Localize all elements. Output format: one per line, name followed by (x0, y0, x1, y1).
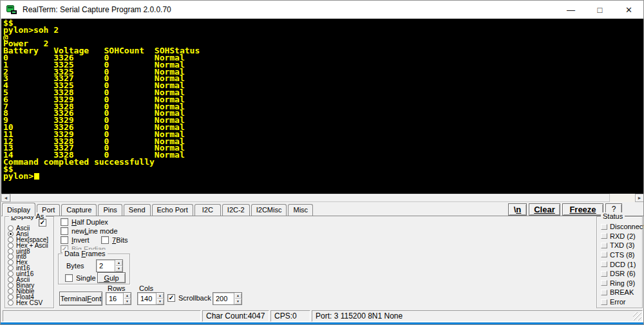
spinner-up-icon[interactable]: ▲ (115, 260, 122, 266)
status-cts: CTS (8) (601, 251, 641, 259)
checkbox-icon (61, 236, 68, 244)
window-controls: — □ ✕ (556, 1, 643, 19)
invert-checkbox[interactable]: Invert (61, 236, 90, 244)
radio-icon (8, 277, 14, 283)
tab-i2cmisc[interactable]: I2CMisc (251, 204, 287, 216)
data-frames-legend: Data Frames (62, 250, 108, 257)
status-dsr: DSR (6) (601, 270, 641, 277)
data-frames-group: Data Frames Bytes 2 ▲▼ Single Gulp (58, 254, 130, 284)
rows-spinner[interactable]: 16 ▲▼ (106, 292, 131, 305)
single-checkbox[interactable]: Single (65, 274, 96, 282)
freeze-button[interactable]: Freeze (562, 203, 603, 216)
scrollback-value[interactable]: 200 (213, 293, 234, 304)
cols-label: Cols (139, 284, 153, 292)
spinner-down-icon[interactable]: ▼ (124, 299, 131, 304)
cols-value[interactable]: 140 (138, 293, 156, 304)
bytes-value[interactable]: 2 (97, 260, 115, 272)
option-hex-csv[interactable]: Hex CSV (8, 300, 52, 306)
statusbar-port: Port: 3 115200 8N1 None (312, 310, 643, 322)
radio-icon (8, 243, 14, 248)
radio-icon (8, 254, 14, 259)
radio-icon (8, 294, 14, 300)
led-indicator (601, 271, 607, 277)
spinner-up-icon[interactable]: ▲ (156, 293, 164, 299)
terminal-prompt: pylon> (3, 171, 33, 181)
half-duplex-checkbox[interactable]: Half Duplex (61, 218, 108, 226)
led-indicator (601, 290, 607, 295)
option-uint16[interactable]: uint16 (8, 271, 52, 277)
spinner-down-icon[interactable]: ▼ (234, 299, 242, 304)
tab-pins[interactable]: Pins (98, 204, 122, 216)
scrollback-spinner[interactable]: 200 ▲▼ (213, 292, 242, 305)
close-button[interactable]: ✕ (614, 1, 643, 19)
radio-icon (8, 259, 14, 265)
status-ring: Ring (9) (601, 279, 641, 287)
bytes-spinner[interactable]: 2 ▲▼ (96, 259, 123, 272)
spinner-up-icon[interactable]: ▲ (124, 293, 131, 299)
spinner-down-icon[interactable]: ▼ (115, 266, 122, 272)
statusbar-empty-panel (3, 310, 201, 322)
status-dcd: DCD (1) (601, 261, 641, 268)
radio-icon (8, 265, 14, 271)
tab-strip: Display Port Capture Pins Send Echo Port… (1, 202, 644, 216)
radio-icon (8, 231, 14, 237)
tab-i2c[interactable]: I2C (194, 204, 221, 216)
spinner-up-icon[interactable]: ▲ (234, 293, 242, 299)
newline-mode-checkbox[interactable]: newLine mode (61, 227, 118, 235)
terminal-text: $$ pylon>soh 2 @ Power 2 Battery Voltage… (3, 20, 200, 180)
cols-spinner[interactable]: 140 ▲▼ (137, 292, 164, 305)
app-icon-keyboard (11, 10, 17, 14)
scroll-left-icon[interactable]: ◄ (1, 194, 10, 202)
window-bottom-border (1, 322, 643, 325)
option-ascii[interactable]: Ascii (8, 225, 52, 231)
tab-capture[interactable]: Capture (61, 204, 97, 216)
rows-value[interactable]: 16 (106, 293, 123, 304)
app-icon (6, 5, 17, 14)
spinner-down-icon[interactable]: ▼ (156, 299, 164, 304)
radio-icon (8, 225, 14, 231)
option-int8[interactable]: int8 (8, 254, 52, 259)
scrollbar-track[interactable] (10, 194, 635, 202)
newline-button[interactable]: \n (508, 203, 527, 216)
gulp-button[interactable]: Gulp (97, 272, 126, 283)
statusbar-cps: CPS:0 (270, 310, 310, 322)
scrollback-checkbox[interactable]: ✓Scrollback (167, 294, 211, 302)
minimize-button[interactable]: — (556, 1, 585, 19)
realterm-window: RealTerm: Serial Capture Program 2.0.0.7… (0, 0, 644, 325)
horizontal-scrollbar[interactable]: ◄ ► (1, 194, 644, 202)
seven-bits-checkbox[interactable]: 7Bits (101, 236, 128, 244)
tab-misc[interactable]: Misc (288, 204, 313, 216)
title-bar[interactable]: RealTerm: Serial Capture Program 2.0.0.7… (1, 1, 643, 19)
terminal-font-button[interactable]: Terminal Font (59, 292, 102, 306)
checkbox-icon (61, 218, 68, 226)
status-error: Error (601, 298, 641, 306)
checkbox-icon (61, 227, 68, 235)
clear-button[interactable]: Clear (529, 203, 560, 216)
radio-icon (8, 283, 14, 288)
bytes-label: Bytes (66, 262, 84, 270)
radio-icon (8, 237, 14, 243)
tab-echo-port[interactable]: Echo Port (152, 204, 193, 216)
display-as-group: Display As ✓ Ascii Ansi Hex[space] Hex +… (5, 216, 54, 308)
checkbox-icon (101, 236, 109, 244)
maximize-button[interactable]: □ (585, 1, 614, 19)
scroll-right-icon[interactable]: ► (635, 194, 644, 202)
radio-icon (8, 288, 14, 294)
rows-label: Rows (108, 284, 126, 292)
status-indicators: Disconnect RXD (2) TXD (3) CTS (8) DCD (… (601, 223, 641, 306)
scrollbar-thumb[interactable] (10, 194, 610, 202)
status-bar: Char Count:4047 CPS:0 Port: 3 115200 8N1… (1, 310, 644, 322)
option-uint8[interactable]: uint8 (8, 248, 52, 254)
tab-display[interactable]: Display (2, 203, 35, 216)
resize-grip[interactable] (633, 312, 641, 320)
led-indicator (601, 252, 607, 257)
radio-icon (8, 248, 14, 254)
led-indicator (601, 280, 607, 286)
tab-i2c-2[interactable]: I2C-2 (222, 204, 250, 216)
tab-send[interactable]: Send (124, 204, 151, 216)
terminal-output[interactable]: $$ pylon>soh 2 @ Power 2 Battery Voltage… (1, 19, 644, 194)
status-txd: TXD (3) (601, 241, 641, 249)
status-rxd: RXD (2) (601, 232, 641, 240)
led-indicator (601, 233, 607, 239)
checkbox-icon: ✓ (167, 294, 175, 302)
